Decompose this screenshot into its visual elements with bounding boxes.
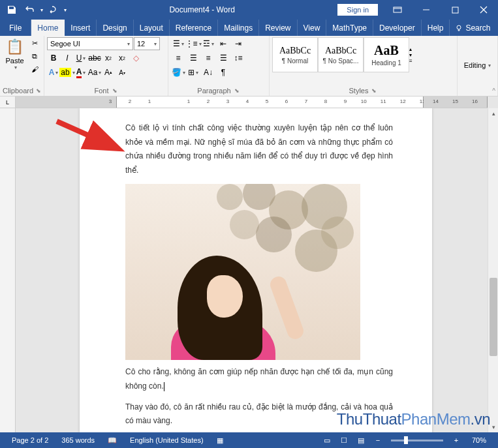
bold-button[interactable]: B [47, 52, 60, 65]
clipboard-group: 📋 Paste ▾ ✂ ⧉ 🖌 Clipboard⬊ [0, 36, 44, 96]
tab-developer[interactable]: Developer [373, 20, 422, 36]
zoom-slider-thumb[interactable] [404, 436, 408, 444]
tab-home[interactable]: Home [31, 20, 65, 36]
cut-button[interactable]: ✂ [28, 37, 41, 49]
align-left-button[interactable]: ≡ [171, 52, 185, 65]
format-painter-button[interactable]: 🖌 [28, 63, 41, 75]
justify-button[interactable]: ☰ [216, 52, 230, 65]
zoom-level[interactable]: 70% [465, 436, 493, 444]
annotation-arrow [54, 116, 125, 155]
dialog-launcher-icon[interactable]: ⬊ [234, 87, 240, 94]
print-layout-button[interactable]: ☐ [336, 434, 352, 447]
scroll-up-icon[interactable]: ▴ [488, 108, 498, 119]
subscript-button[interactable]: x2 [102, 52, 115, 65]
vertical-ruler[interactable] [0, 108, 16, 432]
zoom-slider[interactable] [391, 440, 443, 441]
tab-references[interactable]: Reference [170, 20, 218, 36]
paragraph-text[interactable]: Cô cho rằng, không ăn cơm giúp nếp nhăn … [125, 365, 393, 393]
tab-design[interactable]: Design [97, 20, 133, 36]
italic-button[interactable]: I [61, 52, 74, 65]
vertical-scrollbar[interactable]: ▴ ▾ [488, 108, 498, 432]
search-box[interactable]: Search [450, 20, 495, 36]
language-indicator[interactable]: English (United States) [123, 436, 210, 444]
redo-button[interactable] [43, 1, 61, 19]
paragraph-label: Paragraph [197, 87, 230, 95]
tab-view[interactable]: View [298, 20, 327, 36]
ribbon: 📋 Paste ▾ ✂ ⧉ 🖌 Clipboard⬊ Segoe UI▾ 12▾… [0, 36, 498, 97]
text-effects-button[interactable]: A▾ [47, 66, 60, 79]
document-scroll[interactable]: Cô tiết lộ vì tính chất công việc thường… [16, 108, 488, 432]
strikethrough-button[interactable]: abc [88, 52, 101, 65]
zoom-out-button[interactable]: − [370, 434, 386, 447]
macro-icon[interactable]: ▦ [210, 436, 230, 445]
font-color-button[interactable]: A▾ [74, 66, 87, 79]
dialog-launcher-icon[interactable]: ⬊ [36, 87, 41, 94]
dialog-launcher-icon[interactable]: ⬊ [371, 87, 377, 94]
read-mode-button[interactable]: ▭ [319, 434, 335, 447]
styles-more-button[interactable]: ▴▾≡ [409, 37, 420, 72]
minimize-button[interactable] [412, 0, 441, 20]
spell-check-icon[interactable]: 📖 [101, 436, 123, 445]
maximize-button[interactable] [441, 0, 469, 20]
numbering-button[interactable]: ⋮≡▾ [186, 37, 200, 50]
clear-formatting-button[interactable]: ◇ [129, 52, 142, 65]
tab-mailings[interactable]: Mailings [218, 20, 259, 36]
change-case-button[interactable]: Aa▾ [88, 66, 101, 79]
align-right-button[interactable]: ≡ [201, 52, 215, 65]
tab-insert[interactable]: Insert [65, 20, 97, 36]
shrink-font-button[interactable]: A▾ [116, 66, 129, 79]
tab-mathtype[interactable]: MathType [326, 20, 373, 36]
share-button[interactable]: Share [495, 20, 498, 36]
signin-button[interactable]: Sign in [337, 4, 378, 16]
editing-button[interactable]: Editing▾ [464, 61, 491, 69]
svg-rect-0 [394, 7, 401, 12]
borders-button[interactable]: ⊞▾ [186, 66, 200, 79]
align-center-button[interactable]: ☰ [186, 52, 200, 65]
tab-review[interactable]: Review [259, 20, 297, 36]
undo-button[interactable] [21, 1, 39, 19]
font-size-dropdown[interactable]: 12▾ [134, 37, 160, 50]
show-marks-button[interactable]: ¶ [216, 66, 230, 79]
chevron-down-icon: ▾ [14, 65, 17, 70]
paste-button[interactable]: 📋 Paste ▾ [3, 37, 27, 72]
paragraph-text[interactable]: Cô tiết lộ vì tính chất công việc thường… [125, 121, 393, 177]
web-layout-button[interactable]: ▤ [353, 434, 369, 447]
decrease-indent-button[interactable]: ⇤ [216, 37, 230, 50]
zoom-in-button[interactable]: + [448, 434, 464, 447]
increase-indent-button[interactable]: ⇥ [231, 37, 245, 50]
copy-button[interactable]: ⧉ [28, 50, 41, 62]
style-heading1[interactable]: AaB Heading 1 [364, 37, 409, 72]
tab-help[interactable]: Help [422, 20, 450, 36]
dialog-launcher-icon[interactable]: ⬊ [112, 87, 118, 94]
style-normal[interactable]: AaBbCc ¶ Normal [272, 37, 318, 72]
multilevel-button[interactable]: ☲▾ [201, 37, 215, 50]
page-indicator[interactable]: Page 2 of 2 [5, 436, 55, 444]
grow-font-button[interactable]: A▴ [102, 66, 115, 79]
highlight-button[interactable]: ab▾ [61, 66, 74, 79]
horizontal-ruler[interactable]: 3 2 1 1 2 3 4 5 6 7 8 9 10 11 12 13 14 1… [16, 97, 488, 108]
font-name-dropdown[interactable]: Segoe UI▾ [47, 37, 133, 50]
styles-group: AaBbCc ¶ Normal AaBbCc ¶ No Spac... AaB … [270, 36, 458, 96]
ribbon-tabs: File Home Insert Design Layout Reference… [0, 20, 498, 36]
file-tab[interactable]: File [0, 20, 31, 36]
ruler-corner[interactable]: L [0, 97, 16, 108]
close-button[interactable] [469, 0, 498, 20]
tab-layout[interactable]: Layout [134, 20, 170, 36]
sort-button[interactable]: A↓ [201, 66, 215, 79]
quick-access-toolbar: ▾ ▾ [0, 1, 67, 19]
underline-button[interactable]: U▾ [74, 52, 87, 65]
bullets-button[interactable]: ☰▾ [171, 37, 185, 50]
document-image[interactable] [125, 184, 360, 360]
line-spacing-button[interactable]: ↕≡ [231, 52, 245, 65]
collapse-ribbon-icon[interactable]: ^ [492, 87, 495, 95]
clipboard-label: Clipboard [3, 87, 33, 95]
superscript-button[interactable]: x2 [116, 52, 129, 65]
paragraph-group: ☰▾ ⋮≡▾ ☲▾ ⇤ ⇥ ≡ ☰ ≡ ☰ ↕≡ 🪣▾ ⊞▾ A↓ ¶ Para… [168, 36, 270, 96]
shading-button[interactable]: 🪣▾ [171, 66, 185, 79]
ribbon-display-button[interactable] [383, 0, 412, 20]
word-count[interactable]: 365 words [55, 436, 101, 444]
document-page[interactable]: Cô tiết lộ vì tính chất công việc thường… [80, 108, 432, 432]
scroll-thumb[interactable] [490, 278, 497, 356]
style-no-spacing[interactable]: AaBbCc ¶ No Spac... [318, 37, 364, 72]
save-button[interactable] [3, 1, 21, 19]
